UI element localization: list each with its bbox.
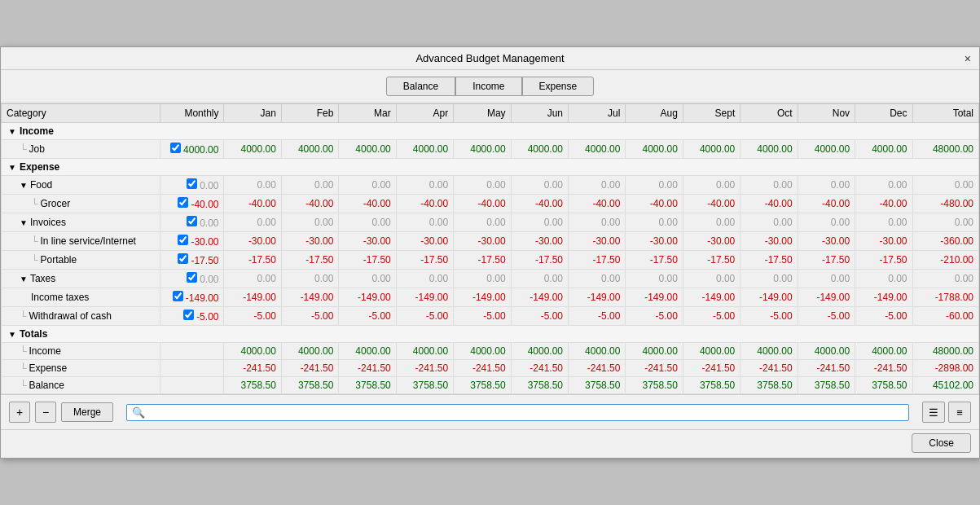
row-month-value: -149.00 [224, 288, 281, 307]
tab-balance[interactable]: Balance [386, 77, 455, 96]
row-category: └Expense [2, 360, 160, 377]
row-monthly: -40.00 [160, 195, 224, 213]
row-month-value: -17.50 [740, 251, 798, 270]
monthly-value: -17.50 [191, 255, 218, 266]
row-month-value: -30.00 [569, 232, 626, 251]
row-monthly: 4000.00 [160, 140, 224, 159]
row-checkbox[interactable] [178, 197, 188, 208]
row-month-value: 4000.00 [454, 343, 511, 360]
row-month-value: -5.00 [740, 307, 798, 326]
row-month-value: -40.00 [396, 195, 453, 213]
row-month-value: -40.00 [798, 195, 855, 213]
header-jan: Jan [224, 104, 281, 123]
row-checkbox[interactable] [178, 235, 188, 245]
monthly-value: 4000.00 [183, 144, 218, 156]
tab-expense[interactable]: Expense [522, 77, 595, 96]
row-month-value: 0.00 [740, 213, 798, 232]
row-month-value: 4000.00 [511, 343, 568, 360]
row-checkbox[interactable] [173, 291, 183, 301]
header-feb: Feb [281, 104, 338, 123]
expand-icon[interactable]: ▼ [20, 181, 28, 190]
merge-button[interactable]: Merge [61, 402, 113, 422]
row-month-value: 0.00 [224, 213, 281, 232]
row-month-value: 0.00 [855, 270, 912, 288]
table-header: Category Monthly Jan Feb Mar Apr May Jun… [2, 104, 979, 123]
row-month-value: -149.00 [626, 288, 683, 307]
tabs-bar: Balance Income Expense [1, 70, 979, 103]
row-month-value: -241.50 [339, 360, 396, 377]
row-month-value: 0.00 [511, 213, 568, 232]
window-title: Advanced Budget Management [415, 52, 564, 64]
row-month-value: -149.00 [339, 288, 396, 307]
row-checkbox[interactable] [183, 310, 194, 320]
window-close-button[interactable]: × [965, 52, 971, 65]
row-checkbox[interactable] [187, 216, 197, 226]
row-checkbox[interactable] [187, 178, 197, 189]
row-checkbox[interactable] [187, 272, 197, 283]
monthly-value: -30.00 [191, 236, 218, 248]
row-month-value: -30.00 [454, 232, 511, 251]
row-month-value: -149.00 [569, 288, 626, 307]
row-month-value: 3758.50 [569, 377, 626, 394]
monthly-value: 0.00 [200, 274, 218, 285]
row-month-value: -241.50 [281, 360, 338, 377]
row-month-value: 0.00 [281, 176, 338, 195]
close-button[interactable]: Close [912, 433, 971, 453]
row-month-value: 0.00 [798, 270, 855, 288]
budget-table-container: Category Monthly Jan Feb Mar Apr May Jun… [1, 103, 979, 394]
remove-button[interactable]: − [35, 402, 56, 423]
row-month-value: 0.00 [683, 270, 740, 288]
row-checkbox[interactable] [178, 253, 188, 264]
row-month-value: 0.00 [396, 270, 453, 288]
filter-btn-2[interactable]: ≡ [948, 402, 971, 423]
row-month-value: -241.50 [855, 360, 912, 377]
row-month-value: 0.00 [454, 213, 511, 232]
row-month-value: 4000.00 [855, 140, 912, 159]
table-row: ▼Expense [2, 159, 979, 176]
row-category: └Balance [2, 377, 160, 394]
add-button[interactable]: + [9, 402, 30, 423]
row-monthly: 0.00 [160, 213, 224, 232]
row-total: 0.00 [912, 270, 978, 288]
section-label: ▼Income [2, 123, 979, 140]
row-month-value: -40.00 [511, 195, 568, 213]
section-label: ▼Expense [2, 159, 979, 176]
row-month-value: -30.00 [511, 232, 568, 251]
row-month-value: -17.50 [339, 251, 396, 270]
row-total: -60.00 [912, 307, 978, 326]
row-checkbox[interactable] [170, 143, 181, 153]
expand-icon[interactable]: ▼ [8, 330, 16, 339]
row-month-value: -149.00 [683, 288, 740, 307]
row-month-value: 4000.00 [281, 140, 338, 159]
row-month-value: 0.00 [626, 213, 683, 232]
row-month-value: -5.00 [339, 307, 396, 326]
filter-btn-1[interactable]: ☰ [922, 402, 945, 423]
row-month-value: -17.50 [798, 251, 855, 270]
row-month-value: -149.00 [396, 288, 453, 307]
row-month-value: -241.50 [224, 360, 281, 377]
expand-icon[interactable]: ▼ [8, 163, 16, 172]
table-row: └In line service/Internet-30.00-30.00-30… [2, 232, 979, 251]
row-category: ▼Food [2, 176, 160, 195]
row-category: └Withdrawal of cash [2, 307, 160, 326]
row-category: └In line service/Internet [2, 232, 160, 251]
row-month-value: -40.00 [855, 195, 912, 213]
row-month-value: 3758.50 [740, 377, 798, 394]
header-monthly: Monthly [160, 104, 224, 123]
expand-icon[interactable]: ▼ [20, 274, 28, 283]
tab-income[interactable]: Income [455, 77, 521, 96]
expand-icon[interactable]: ▼ [8, 127, 16, 136]
row-month-value: 0.00 [569, 213, 626, 232]
row-month-value: 0.00 [740, 176, 798, 195]
expand-icon[interactable]: ▼ [20, 218, 28, 227]
row-total: -360.00 [912, 232, 978, 251]
header-oct: Oct [740, 104, 798, 123]
row-month-value: 3758.50 [855, 377, 912, 394]
row-month-value: 0.00 [855, 176, 912, 195]
row-month-value: -30.00 [855, 232, 912, 251]
search-input[interactable] [148, 406, 903, 418]
close-row: Close [1, 429, 979, 458]
row-month-value: 0.00 [454, 270, 511, 288]
row-month-value: 0.00 [396, 213, 453, 232]
table-row: ▼Food0.000.000.000.000.000.000.000.000.0… [2, 176, 979, 195]
